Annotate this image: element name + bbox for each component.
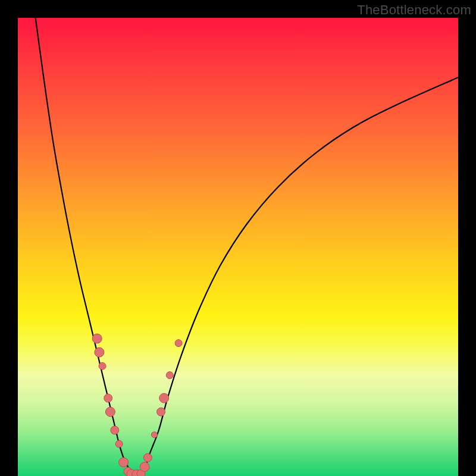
data-marker: [104, 394, 112, 402]
chart-svg: [18, 18, 458, 476]
data-marker: [99, 362, 106, 369]
data-marker: [119, 458, 129, 467]
data-markers: [92, 334, 182, 476]
curve-left-arm: [36, 18, 133, 476]
data-marker: [143, 453, 152, 462]
data-marker: [159, 393, 169, 403]
data-marker: [115, 440, 123, 447]
data-marker: [175, 340, 182, 347]
data-marker: [111, 426, 119, 434]
data-marker: [105, 407, 115, 416]
data-marker: [151, 432, 157, 438]
data-marker: [140, 462, 149, 472]
data-marker: [166, 372, 173, 379]
plot-area: [18, 18, 458, 476]
chart-frame: TheBottleneck.com: [0, 0, 476, 476]
data-marker: [92, 334, 102, 343]
data-marker: [157, 408, 165, 416]
curve-right-arm: [141, 77, 458, 476]
watermark-text: TheBottleneck.com: [357, 2, 471, 18]
data-marker: [95, 347, 104, 357]
